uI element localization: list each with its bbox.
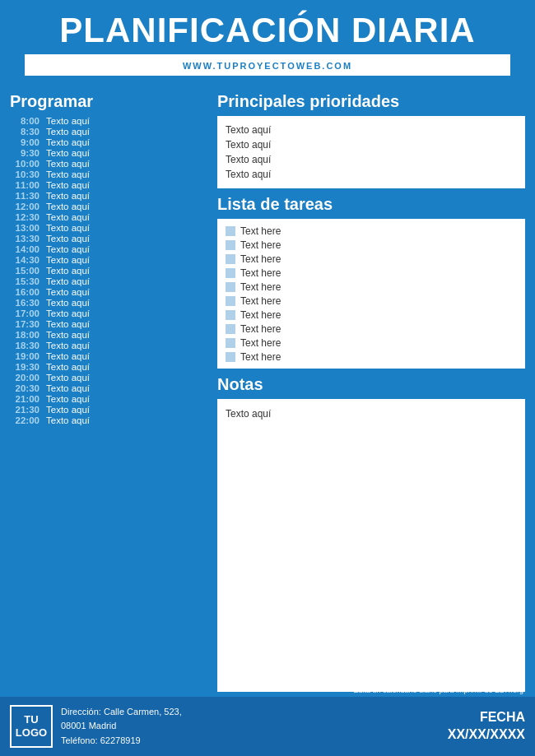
schedule-item: 11:00 Texto aquí: [10, 180, 207, 190]
schedule-text: Texto aquí: [46, 394, 90, 404]
schedule-text: Texto aquí: [46, 298, 90, 308]
schedule-item: 19:00 Texto aquí: [10, 351, 207, 361]
logo-box: TULOGO: [10, 705, 53, 748]
task-checkbox: [226, 310, 235, 320]
time-label: 10:30: [10, 169, 40, 179]
time-label: 15:30: [10, 276, 40, 286]
schedule-text: Texto aquí: [46, 383, 90, 393]
schedule-item: 20:30 Texto aquí: [10, 383, 207, 393]
schedule-item: 22:00 Texto aquí: [10, 415, 207, 425]
address-line1: Dirección: Calle Carmen, 523,: [61, 707, 182, 717]
schedule-item: 12:30 Texto aquí: [10, 212, 207, 222]
priorities-box: Texto aquíTexto aquíTexto aquíTexto aquí: [217, 116, 525, 188]
priorities-title: Principales prioridades: [217, 92, 525, 111]
task-checkbox: [226, 240, 235, 250]
task-text: Text here: [240, 309, 281, 321]
time-label: 14:30: [10, 255, 40, 265]
priority-item: Texto aquí: [226, 137, 517, 152]
task-text: Text here: [240, 253, 281, 265]
time-label: 9:30: [10, 148, 40, 158]
task-text: Text here: [240, 225, 281, 237]
task-item: Text here: [226, 350, 517, 364]
time-label: 14:00: [10, 244, 40, 254]
time-label: 18:30: [10, 341, 40, 350]
schedule-text: Texto aquí: [46, 255, 90, 265]
schedule-item: 21:00 Texto aquí: [10, 394, 207, 404]
time-label: 16:00: [10, 287, 40, 297]
schedule-item: 8:00 Texto aquí: [10, 116, 207, 126]
address-line2: 08001 Madrid: [61, 721, 116, 730]
main-content: Programar 8:00 Texto aquí 8:30 Texto aqu…: [0, 87, 535, 697]
schedule-list: 8:00 Texto aquí 8:30 Texto aquí 9:00 Tex…: [10, 116, 207, 425]
task-item: Text here: [226, 224, 517, 238]
schedule-item: 13:00 Texto aquí: [10, 223, 207, 233]
schedule-text: Texto aquí: [46, 373, 90, 383]
time-label: 9:00: [10, 137, 40, 147]
left-column: Programar 8:00 Texto aquí 8:30 Texto aqu…: [10, 92, 207, 692]
edit-credit: Edita un calendario diario para imprimir…: [353, 686, 523, 694]
schedule-item: 16:00 Texto aquí: [10, 287, 207, 297]
footer: TULOGO Dirección: Calle Carmen, 523, 080…: [0, 697, 535, 756]
schedule-text: Texto aquí: [46, 351, 90, 361]
tasks-box: Text here Text here Text here Text here …: [217, 219, 525, 369]
schedule-item: 12:00 Texto aquí: [10, 202, 207, 211]
schedule-item: 14:00 Texto aquí: [10, 244, 207, 254]
schedule-text: Texto aquí: [46, 212, 90, 222]
time-label: 10:00: [10, 159, 40, 169]
priorities-section: Principales prioridades Texto aquíTexto …: [217, 92, 525, 188]
time-label: 11:30: [10, 191, 40, 201]
main-title: PLANIFICACIÓN DIARIA: [16, 12, 519, 49]
notes-title: Notas: [217, 375, 525, 394]
programar-title: Programar: [10, 92, 207, 111]
schedule-item: 10:00 Texto aquí: [10, 159, 207, 169]
task-item: Text here: [226, 266, 517, 280]
schedule-item: 21:30 Texto aquí: [10, 405, 207, 415]
task-checkbox: [226, 282, 235, 292]
task-text: Text here: [240, 351, 281, 363]
schedule-item: 15:00 Texto aquí: [10, 266, 207, 276]
priority-item: Texto aquí: [226, 152, 517, 167]
schedule-text: Texto aquí: [46, 127, 90, 137]
schedule-text: Texto aquí: [46, 137, 90, 147]
task-item: Text here: [226, 280, 517, 294]
schedule-text: Texto aquí: [46, 223, 90, 233]
time-label: 8:30: [10, 127, 40, 137]
task-checkbox: [226, 254, 235, 264]
schedule-text: Texto aquí: [46, 308, 90, 318]
schedule-item: 20:00 Texto aquí: [10, 373, 207, 383]
notes-text: Texto aquí: [226, 408, 271, 420]
schedule-item: 17:00 Texto aquí: [10, 308, 207, 318]
tasks-section: Lista de tareas Text here Text here Text…: [217, 195, 525, 369]
schedule-item: 18:00 Texto aquí: [10, 330, 207, 340]
schedule-text: Texto aquí: [46, 244, 90, 254]
schedule-item: 15:30 Texto aquí: [10, 276, 207, 286]
time-label: 13:00: [10, 223, 40, 233]
time-label: 12:00: [10, 202, 40, 211]
footer-address: Dirección: Calle Carmen, 523, 08001 Madr…: [61, 705, 440, 749]
schedule-text: Texto aquí: [46, 330, 90, 340]
time-label: 13:30: [10, 234, 40, 243]
task-checkbox: [226, 226, 235, 236]
page: PLANIFICACIÓN DIARIA WWW.TUPROYECTOWEB.C…: [0, 0, 535, 756]
time-label: 20:30: [10, 383, 40, 393]
notes-box: Texto aquí: [217, 399, 525, 692]
task-item: Text here: [226, 252, 517, 266]
schedule-text: Texto aquí: [46, 169, 90, 179]
task-text: Text here: [240, 239, 281, 251]
schedule-text: Texto aquí: [46, 341, 90, 350]
task-checkbox: [226, 338, 235, 348]
task-checkbox: [226, 352, 235, 362]
logo-text: TULOGO: [16, 713, 47, 739]
schedule-text: Texto aquí: [46, 148, 90, 158]
priority-item: Texto aquí: [226, 123, 517, 137]
schedule-item: 19:30 Texto aquí: [10, 362, 207, 372]
schedule-item: 16:30 Texto aquí: [10, 298, 207, 308]
schedule-item: 10:30 Texto aquí: [10, 169, 207, 179]
time-label: 19:00: [10, 351, 40, 361]
schedule-item: 18:30 Texto aquí: [10, 341, 207, 350]
footer-date: FECHA XX/XX/XXXX: [448, 709, 525, 744]
task-item: Text here: [226, 294, 517, 308]
time-label: 22:00: [10, 415, 40, 425]
task-checkbox: [226, 296, 235, 306]
schedule-text: Texto aquí: [46, 180, 90, 190]
